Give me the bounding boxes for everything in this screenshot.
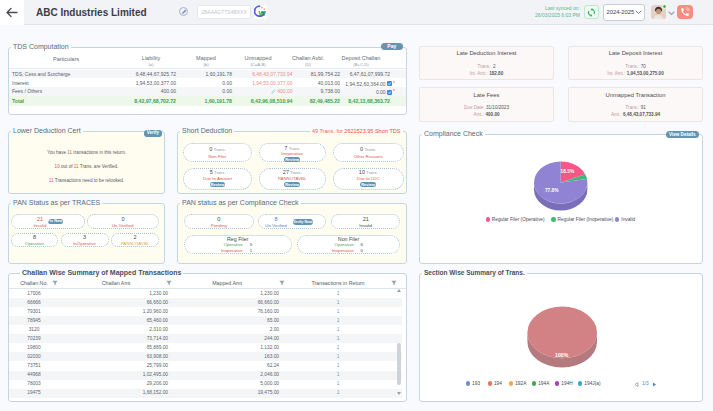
svg-text:W: W (259, 9, 267, 18)
